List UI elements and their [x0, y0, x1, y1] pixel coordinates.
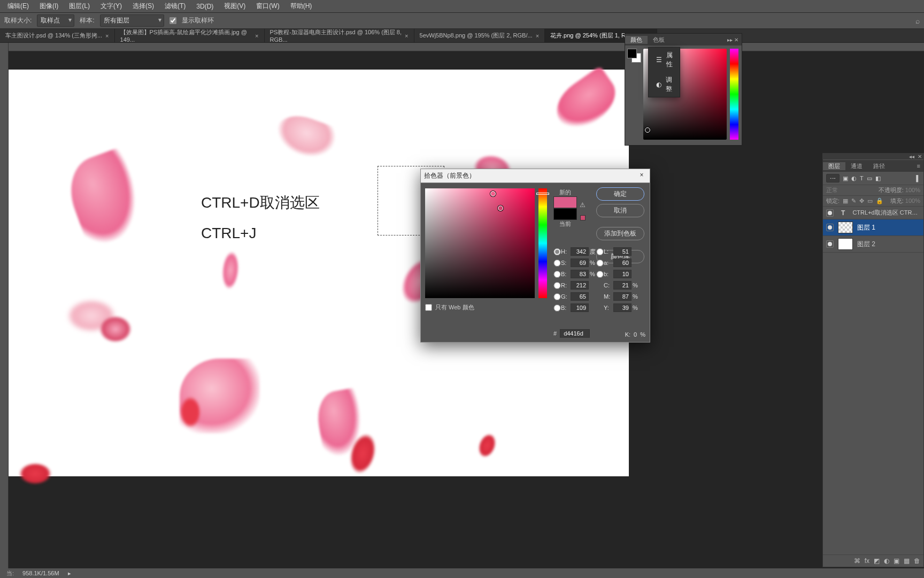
color-picker-dialog[interactable]: 拾色器（前景色） × 新的 当前 ⚠ 确定 取消 添加到色板 颜色库 — [420, 169, 650, 343]
bb-value[interactable]: 109 — [571, 303, 589, 312]
b-value[interactable]: 10 — [613, 270, 632, 278]
k-value[interactable]: 0 — [634, 331, 637, 338]
dialog-titlebar[interactable]: 拾色器（前景色） × — [421, 169, 650, 183]
group-icon[interactable]: ▣ — [894, 557, 899, 565]
l-value[interactable]: 51 — [613, 247, 632, 256]
ruler-horizontal[interactable] — [9, 43, 924, 51]
menu-filter[interactable]: 滤镜(T) — [159, 2, 191, 11]
fx-icon[interactable]: fx — [865, 557, 869, 565]
lock-pixels-icon[interactable]: ▦ — [843, 197, 848, 204]
layer-row-text[interactable]: T CTRL+d取消选区 CTRL+J — [823, 207, 923, 219]
mask-icon[interactable]: ◩ — [874, 557, 880, 565]
sv-cursor-alt[interactable] — [498, 206, 503, 211]
sample-size-select[interactable]: 取样点 — [37, 14, 74, 27]
filter-type-icon[interactable]: T — [860, 175, 864, 181]
ok-button[interactable]: 确定 — [596, 187, 644, 201]
radio-g[interactable] — [553, 293, 561, 300]
doc-tab-1[interactable]: 【效果图】PS插画高-鼠绘扁平化沙滩插画.jpg @ 149...× — [115, 29, 265, 42]
layer-name[interactable]: CTRL+d取消选区 CTRL+J — [852, 209, 920, 217]
panel-collapse-icon[interactable]: ▸▸ ✕ — [722, 37, 742, 43]
visibility-toggle[interactable] — [826, 209, 834, 217]
menu-3d[interactable]: 3D(D) — [191, 3, 219, 10]
sv-cursor[interactable] — [645, 127, 650, 133]
s-value[interactable]: 69 — [571, 258, 589, 267]
lock-move-icon[interactable]: ✥ — [859, 197, 864, 204]
hue-slider[interactable] — [536, 193, 549, 195]
radio-a[interactable] — [596, 260, 604, 267]
filter-toggle[interactable]: ▌ — [916, 175, 920, 181]
color-panel[interactable]: 颜色 色板 ▸▸ ✕ — [625, 33, 742, 146]
sv-field[interactable] — [425, 188, 535, 298]
close-icon[interactable]: × — [105, 33, 109, 39]
sample-select[interactable]: 所有图层 — [100, 14, 164, 27]
layer-name[interactable]: 图层 1 — [857, 223, 875, 232]
web-only-checkbox[interactable] — [425, 304, 432, 311]
radio-bv[interactable] — [553, 271, 561, 278]
chevron-right-icon[interactable]: ▸ — [65, 570, 74, 577]
new-layer-icon[interactable]: ▦ — [904, 557, 910, 565]
doc-tab-0[interactable]: 车主图设计.psd @ 134% (三角形拷...× — [0, 29, 115, 42]
panel-collapse-bar[interactable]: ◂◂✕ — [822, 153, 924, 159]
menu-type[interactable]: 文字(Y) — [95, 2, 127, 11]
search-icon[interactable]: ⌕ — [915, 17, 920, 25]
close-icon[interactable]: ✕ — [918, 154, 922, 159]
link-icon[interactable]: ⌘ — [854, 557, 860, 565]
tab-paths[interactable]: 路径 — [868, 162, 890, 170]
h-value[interactable]: 342 — [571, 247, 589, 256]
tab-channels[interactable]: 通道 — [845, 162, 868, 170]
radio-h[interactable] — [553, 248, 561, 255]
y-value[interactable]: 39 — [613, 303, 632, 312]
fg-swatch[interactable] — [627, 49, 637, 58]
radio-l[interactable] — [596, 248, 604, 255]
panel-menu-icon[interactable]: ≡ — [912, 163, 923, 169]
close-icon[interactable]: × — [536, 33, 539, 39]
menu-item-properties[interactable]: ☰ 属性 — [649, 48, 680, 72]
doc-tab-3[interactable]: 5evWj5BNp8.png @ 195% (图层 2, RGB/...× — [414, 29, 545, 42]
radio-r[interactable] — [553, 282, 561, 289]
radio-b[interactable] — [596, 271, 604, 278]
trash-icon[interactable]: 🗑 — [914, 557, 920, 565]
close-icon[interactable]: × — [637, 171, 646, 181]
radio-bb[interactable] — [553, 305, 561, 311]
cancel-button[interactable]: 取消 — [596, 204, 644, 217]
bv-value[interactable]: 83 — [571, 270, 589, 278]
m-value[interactable]: 87 — [613, 292, 632, 301]
blend-mode-select[interactable]: 正常 — [826, 186, 838, 194]
add-swatch-button[interactable]: 添加到色板 — [596, 227, 644, 240]
visibility-toggle[interactable] — [826, 224, 834, 231]
c-value[interactable]: 21 — [613, 281, 632, 290]
tab-layers[interactable]: 图层 — [823, 162, 845, 170]
websafe-swatch[interactable] — [580, 215, 586, 220]
show-ring-checkbox[interactable] — [170, 17, 176, 24]
panel-flyout-menu[interactable]: ☰ 属性 ◐ 调整 — [648, 47, 680, 97]
close-icon[interactable]: × — [255, 33, 258, 39]
new-color-swatch[interactable] — [553, 196, 577, 208]
fg-bg-swatch[interactable] — [627, 49, 641, 63]
lock-all-icon[interactable]: 🔒 — [876, 197, 883, 204]
filter-shape-icon[interactable]: ▭ — [867, 175, 872, 182]
g-value[interactable]: 65 — [571, 292, 589, 301]
hex-value[interactable]: d4416d — [560, 329, 590, 338]
hue-bar[interactable] — [538, 188, 547, 298]
a-value[interactable]: 60 — [613, 258, 632, 267]
filter-smart-icon[interactable]: ◧ — [875, 175, 881, 182]
doc-tab-2[interactable]: PS教程-加湿器电商主图设计.psd @ 106% (图层 8, RGB...× — [265, 29, 414, 42]
tab-swatches[interactable]: 色板 — [648, 36, 670, 44]
layer-kind-select[interactable]: ᠁ — [826, 174, 840, 182]
adjust-icon[interactable]: ◐ — [884, 557, 889, 565]
menu-item-adjust[interactable]: ◐ 调整 — [649, 72, 680, 97]
menu-image[interactable]: 图像(I) — [34, 2, 64, 11]
lock-paint-icon[interactable]: ✎ — [851, 197, 856, 204]
menu-layer[interactable]: 图层(L) — [64, 2, 95, 11]
layer-name[interactable]: 图层 2 — [857, 240, 875, 249]
menu-edit[interactable]: 编辑(E) — [2, 2, 34, 11]
current-color-swatch[interactable] — [553, 208, 577, 220]
radio-s[interactable] — [553, 260, 561, 267]
lock-artboard-icon[interactable]: ▭ — [867, 197, 873, 204]
menu-window[interactable]: 窗口(W) — [251, 2, 284, 11]
sv-cursor-new[interactable] — [490, 191, 496, 196]
fill-value[interactable]: 100% — [905, 197, 920, 204]
visibility-toggle[interactable] — [826, 240, 834, 248]
menu-help[interactable]: 帮助(H) — [285, 2, 318, 11]
layer-row-2[interactable]: 图层 2 — [823, 236, 923, 253]
